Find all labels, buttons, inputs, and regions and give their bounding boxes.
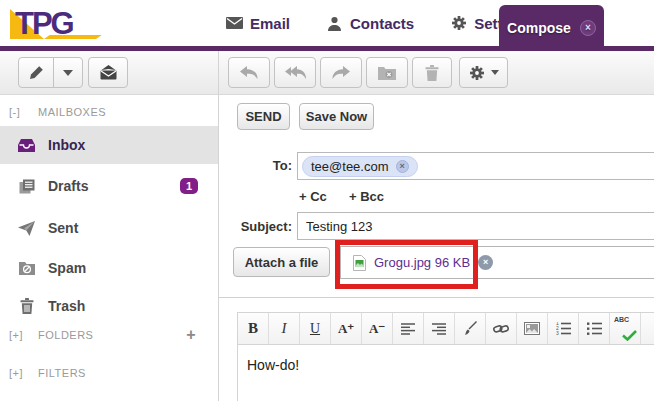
header: TPG Email Contacts Settings [0, 0, 654, 46]
align-right-icon [432, 323, 446, 335]
sidebar-item-spam[interactable]: Spam [0, 252, 218, 284]
increase-font-button[interactable]: A⁺ [331, 313, 362, 344]
drafts-icon [18, 178, 35, 195]
compose-button[interactable] [18, 57, 54, 88]
sidebar-item-label: Spam [48, 260, 86, 276]
sidebar-item-drafts[interactable]: Drafts 1 [0, 170, 218, 202]
caret-down-icon [491, 70, 499, 75]
save-now-button[interactable]: Save Now [299, 103, 374, 130]
webmail-app: TPG Email Contacts Settings [0, 0, 654, 401]
numbered-list-icon: 123 [556, 322, 571, 335]
trash-icon [425, 65, 439, 81]
mailboxes-label: MAILBOXES [38, 106, 106, 118]
paintbrush-icon [463, 321, 478, 336]
attachment-list: Grogu.jpg 96 KB × [340, 246, 654, 279]
sidebar: [-] MAILBOXES Inbox Drafts 1 Sent [0, 96, 218, 401]
insert-link-button[interactable] [486, 313, 517, 344]
align-left-icon [401, 323, 415, 335]
spellcheck-button[interactable]: ABC [610, 313, 641, 344]
attachment-name[interactable]: Grogu.jpg 96 KB [374, 255, 470, 270]
settings-gear-icon [450, 15, 467, 32]
sidebar-divider [218, 51, 219, 401]
expand-toggle[interactable]: [+] [0, 367, 38, 379]
reply-button[interactable] [228, 57, 270, 88]
sent-icon [18, 220, 35, 237]
mailboxes-section-header[interactable]: [-] MAILBOXES [0, 102, 218, 122]
logo-text: TPG [15, 6, 73, 42]
message-body-text: How-do! [247, 357, 299, 373]
sidebar-item-sent[interactable]: Sent [0, 212, 218, 244]
expand-toggle[interactable]: [+] [0, 329, 38, 341]
tpg-logo[interactable]: TPG [10, 5, 110, 43]
reply-arrow-icon [239, 66, 259, 80]
sidebar-item-label: Inbox [48, 137, 85, 153]
spellcheck-abc-label: ABC [614, 316, 629, 323]
recipient-chip[interactable]: tee@tee.com × [302, 156, 418, 177]
delete-button[interactable] [412, 57, 452, 88]
folder-delete-icon [378, 66, 396, 80]
bullet-list-icon [587, 322, 602, 335]
format-painter-button[interactable] [455, 313, 486, 344]
tab-compose-label: Compose [507, 20, 571, 36]
envelope-icon [99, 65, 118, 80]
subject-field-wrap [297, 212, 654, 240]
caret-down-icon [63, 70, 73, 76]
link-icon [493, 323, 509, 335]
nav-contacts-label: Contacts [350, 15, 414, 32]
compose-panel: SEND Save Now To: tee@tee.com × + Cc + B… [219, 96, 654, 401]
forward-button[interactable] [320, 57, 362, 88]
email-icon [226, 15, 243, 32]
collapse-toggle[interactable]: [-] [0, 106, 38, 118]
remove-attachment-icon[interactable]: × [478, 255, 493, 270]
trash-icon [18, 298, 35, 315]
decrease-font-button[interactable]: A⁻ [362, 313, 393, 344]
recipient-address: tee@tee.com [311, 159, 389, 174]
tab-close-icon[interactable]: × [580, 20, 596, 36]
inbox-icon [18, 137, 35, 154]
ordered-list-button[interactable]: 123 [548, 313, 579, 344]
sidebar-item-label: Trash [48, 298, 85, 314]
add-bcc-link[interactable]: + Bcc [349, 189, 384, 204]
align-left-button[interactable] [393, 313, 424, 344]
filters-section-header[interactable]: [+] FILTERS [0, 363, 218, 383]
move-to-folder-button[interactable] [366, 57, 408, 88]
bullet-list-button[interactable] [579, 313, 610, 344]
drafts-count-badge: 1 [180, 178, 198, 194]
gear-icon [469, 65, 485, 81]
italic-button[interactable]: I [269, 313, 300, 344]
spam-icon [18, 260, 35, 277]
nav-email-label: Email [250, 15, 290, 32]
attach-file-button[interactable]: Attach a file [233, 247, 330, 277]
nav-email[interactable]: Email [226, 15, 290, 32]
insert-image-button[interactable] [517, 313, 548, 344]
folders-section-header[interactable]: [+] FOLDERS + [0, 325, 218, 345]
sidebar-item-label: Drafts [48, 178, 88, 194]
tab-compose[interactable]: Compose × [499, 5, 604, 51]
nav-contacts[interactable]: Contacts [326, 15, 414, 32]
compose-options-button[interactable] [53, 57, 83, 88]
add-cc-link[interactable]: + Cc [299, 189, 327, 204]
bold-button[interactable]: B [238, 313, 269, 344]
check-mail-button[interactable] [88, 57, 128, 88]
image-file-icon [353, 255, 366, 271]
filters-label: FILTERS [38, 367, 86, 379]
sidebar-item-inbox[interactable]: Inbox [0, 126, 218, 164]
remove-recipient-icon[interactable]: × [396, 160, 409, 173]
to-input[interactable]: tee@tee.com × [297, 152, 654, 180]
subject-input[interactable] [298, 213, 654, 239]
settings-menu-button[interactable] [459, 57, 508, 88]
top-nav: Email Contacts Settings [226, 0, 533, 46]
contacts-icon [326, 15, 343, 32]
add-folder-button[interactable]: + [186, 326, 196, 344]
image-icon [524, 322, 540, 335]
align-right-button[interactable] [424, 313, 455, 344]
sidebar-item-trash[interactable]: Trash [0, 290, 218, 322]
reply-all-arrows-icon [284, 66, 306, 80]
reply-all-button[interactable] [274, 57, 316, 88]
pencil-icon [29, 65, 44, 80]
compose-divider [219, 297, 654, 298]
underline-button[interactable]: U [300, 313, 331, 344]
send-button[interactable]: SEND [237, 103, 290, 130]
sidebar-item-label: Sent [48, 220, 78, 236]
message-body[interactable]: How-do! [238, 345, 654, 401]
